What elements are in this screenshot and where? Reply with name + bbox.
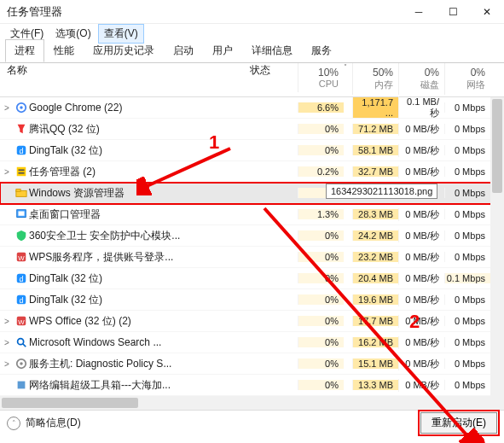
tooltip: 1634293021113018.png bbox=[326, 184, 437, 199]
process-name: WPS服务程序，提供账号登录... bbox=[29, 250, 250, 265]
cpu-cell: 6.6% bbox=[298, 102, 344, 113]
app-icon bbox=[14, 336, 29, 348]
app-icon bbox=[14, 379, 29, 391]
column-headers: 名称 状态 10% CPU ˅ 50% 内存 0% 磁盘 0% 网络 bbox=[0, 63, 504, 97]
svg-rect-5 bbox=[19, 169, 25, 171]
tab-details[interactable]: 详细信息 bbox=[242, 39, 302, 62]
chevron-up-icon[interactable]: ˄ bbox=[7, 417, 20, 430]
memory-cell: 13.3 MB bbox=[352, 380, 398, 390]
process-name: 服务主机: Diagnostic Policy S... bbox=[29, 357, 250, 371]
app-icon: d bbox=[14, 294, 29, 306]
process-name: Google Chrome (22) bbox=[29, 102, 250, 114]
disk-cell: 0 MB/秒 bbox=[398, 144, 444, 157]
col-name[interactable]: 名称 bbox=[7, 63, 27, 78]
memory-cell: 1,171.7 ... bbox=[352, 97, 398, 118]
network-cell: 0 Mbps bbox=[444, 124, 490, 134]
process-list: >Google Chrome (22)6.6%1,171.7 ...0.1 MB… bbox=[0, 97, 504, 396]
process-row[interactable]: >WWPS Office (32 位) (2)0%17.7 MB0 MB/秒0 … bbox=[0, 311, 504, 332]
expand-icon[interactable]: > bbox=[0, 338, 14, 347]
expand-icon[interactable]: > bbox=[0, 167, 14, 177]
cpu-cell: 0% bbox=[298, 252, 344, 262]
titlebar: 任务管理器 ─ ☐ ✕ bbox=[0, 0, 504, 24]
network-cell: 0 Mbps bbox=[444, 358, 490, 369]
disk-cell: 0 MB/秒 bbox=[398, 336, 444, 349]
svg-text:d: d bbox=[20, 275, 24, 283]
tabs: 进程 性能 应用历史记录 启动 用户 详细信息 服务 bbox=[0, 43, 504, 63]
tab-services[interactable]: 服务 bbox=[302, 39, 341, 62]
disk-cell: 0 MB/秒 bbox=[398, 358, 444, 370]
disk-cell: 0 MB/秒 bbox=[398, 251, 444, 264]
tab-app-history[interactable]: 应用历史记录 bbox=[84, 39, 164, 62]
network-cell: 0 Mbps bbox=[444, 166, 490, 177]
process-name: 任务管理器 (2) bbox=[29, 165, 250, 179]
process-row[interactable]: >服务主机: Diagnostic Policy S...0%15.1 MB0 … bbox=[0, 353, 504, 375]
process-row[interactable]: dDingTalk (32 位)0%58.1 MB0 MB/秒0 Mbps bbox=[0, 140, 504, 161]
network-cell: 0 Mbps bbox=[444, 252, 490, 262]
vertical-scrollbar[interactable] bbox=[490, 97, 504, 396]
col-memory[interactable]: 50% 内存 bbox=[352, 63, 398, 95]
process-row[interactable]: WWPS服务程序，提供账号登录...0%23.2 MB0 MB/秒0 Mbps bbox=[0, 247, 504, 268]
process-row[interactable]: 腾讯QQ (32 位)0%71.2 MB0 MB/秒0 Mbps bbox=[0, 119, 504, 140]
process-name: DingTalk (32 位) bbox=[29, 293, 250, 307]
col-status[interactable]: 状态 bbox=[250, 63, 270, 78]
app-icon bbox=[14, 230, 29, 242]
app-icon bbox=[14, 208, 29, 220]
tab-users[interactable]: 用户 bbox=[203, 39, 242, 62]
process-row[interactable]: >Google Chrome (22)6.6%1,171.7 ...0.1 MB… bbox=[0, 97, 504, 119]
restart-button[interactable]: 重新启动(E) bbox=[420, 412, 497, 434]
process-row[interactable]: 360安全卫士 安全防护中心模块...0%24.2 MB0 MB/秒0 Mbps bbox=[0, 225, 504, 247]
process-name: DingTalk (32 位) bbox=[29, 143, 250, 158]
tab-performance[interactable]: 性能 bbox=[44, 39, 84, 62]
process-row[interactable]: 桌面窗口管理器1.3%28.3 MB0 MB/秒0 Mbps bbox=[0, 204, 504, 225]
cpu-cell: 0% bbox=[298, 294, 344, 305]
memory-cell: 19.6 MB bbox=[352, 294, 398, 305]
app-icon bbox=[14, 123, 29, 135]
svg-point-19 bbox=[18, 339, 24, 345]
app-icon bbox=[14, 358, 29, 370]
svg-rect-23 bbox=[18, 382, 26, 389]
svg-rect-6 bbox=[19, 172, 25, 174]
cpu-cell: 0% bbox=[298, 337, 344, 347]
cpu-cell: 0% bbox=[298, 380, 344, 390]
disk-cell: 0 MB/秒 bbox=[398, 166, 444, 178]
cpu-cell: 0.2% bbox=[298, 166, 344, 177]
minimize-button[interactable]: ─ bbox=[402, 0, 436, 24]
scrollbar-thumb[interactable] bbox=[492, 99, 502, 193]
footer: ˄ 简略信息(D) 重新启动(E) bbox=[0, 410, 504, 435]
expand-icon[interactable]: > bbox=[0, 317, 14, 326]
process-row[interactable]: 网络编辑超级工具箱---大海加...0%13.3 MB0 MB/秒0 Mbps bbox=[0, 375, 504, 396]
process-row[interactable]: dDingTalk (32 位)0%20.4 MB0 MB/秒0.1 Mbps bbox=[0, 268, 504, 289]
process-name: 桌面窗口管理器 bbox=[29, 207, 250, 222]
process-name: Microsoft Windows Search ... bbox=[29, 336, 250, 348]
col-network[interactable]: 0% 网络 bbox=[444, 63, 490, 95]
expand-icon[interactable]: > bbox=[0, 103, 14, 113]
col-cpu[interactable]: 10% CPU bbox=[298, 63, 344, 92]
process-name: 360安全卫士 安全防护中心模块... bbox=[29, 229, 250, 243]
process-row[interactable]: dDingTalk (32 位)0%19.6 MB0 MB/秒0 Mbps bbox=[0, 289, 504, 311]
memory-cell: 24.2 MB bbox=[352, 230, 398, 241]
hscroll-thumb[interactable] bbox=[2, 398, 138, 408]
cpu-cell: 0% bbox=[298, 230, 344, 241]
tab-startup[interactable]: 启动 bbox=[164, 39, 203, 62]
disk-cell: 0.1 MB/秒 bbox=[398, 96, 444, 119]
process-row[interactable]: >任务管理器 (2)0.2%32.7 MB0 MB/秒0 Mbps bbox=[0, 161, 504, 183]
fewer-details-link[interactable]: 简略信息(D) bbox=[26, 416, 81, 430]
horizontal-scrollbar[interactable] bbox=[0, 396, 504, 410]
col-disk[interactable]: 0% 磁盘 bbox=[398, 63, 444, 95]
network-cell: 0 Mbps bbox=[444, 294, 490, 305]
disk-cell: 0 MB/秒 bbox=[398, 315, 444, 328]
process-name: 网络编辑超级工具箱---大海加... bbox=[29, 378, 250, 393]
expand-icon[interactable]: > bbox=[0, 359, 14, 369]
svg-text:W: W bbox=[18, 254, 25, 262]
process-row[interactable]: >Microsoft Windows Search ...0%16.2 MB0 … bbox=[0, 332, 504, 353]
process-name: Windows 资源管理器 bbox=[29, 186, 250, 201]
memory-cell: 17.7 MB bbox=[352, 316, 398, 326]
network-cell: 0 Mbps bbox=[444, 230, 490, 241]
process-name: DingTalk (32 位) bbox=[29, 271, 250, 286]
svg-text:d: d bbox=[20, 147, 24, 155]
tab-processes[interactable]: 进程 bbox=[5, 39, 44, 62]
svg-line-20 bbox=[23, 344, 26, 347]
app-icon: W bbox=[14, 251, 29, 263]
close-button[interactable]: ✕ bbox=[470, 0, 504, 24]
maximize-button[interactable]: ☐ bbox=[436, 0, 470, 24]
